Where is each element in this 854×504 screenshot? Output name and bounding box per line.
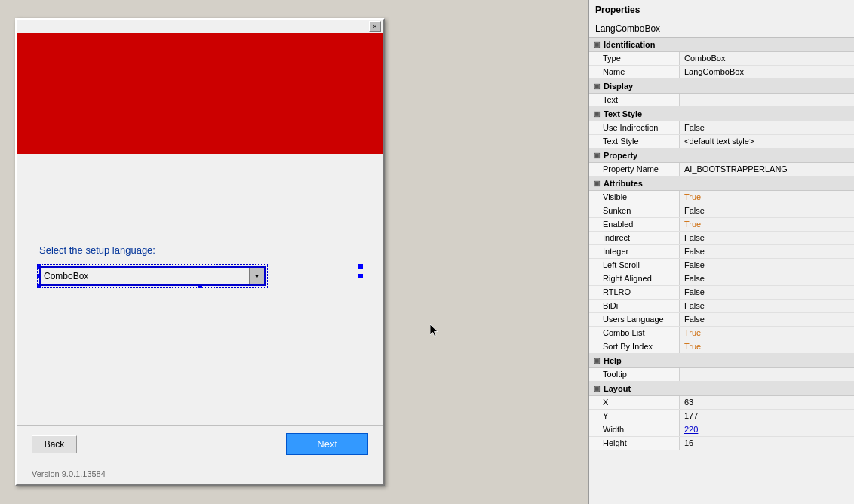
props-value: False: [680, 313, 854, 326]
props-key: Type: [589, 52, 680, 65]
props-row: BiDiFalse: [589, 300, 854, 313]
props-row: NameLangComboBox: [589, 66, 854, 79]
props-value: False: [680, 286, 854, 299]
section-label: Layout: [604, 384, 631, 393]
props-key: Use Indirection: [589, 121, 680, 134]
props-key: Enabled: [589, 218, 680, 231]
mouse-cursor: [430, 324, 439, 338]
props-value: <default text style>: [680, 135, 854, 148]
installer-window: × Select the setup language: ComboBox ▼: [15, 18, 385, 486]
props-value: [680, 368, 854, 381]
props-row: Right AlignedFalse: [589, 272, 854, 286]
props-key: X: [589, 396, 680, 409]
props-row: Height16: [589, 437, 854, 450]
close-button[interactable]: ×: [369, 21, 381, 32]
next-button[interactable]: Next: [286, 433, 368, 455]
props-key: Name: [589, 66, 680, 78]
props-value: False: [680, 204, 854, 217]
props-key: RTLRO: [589, 286, 680, 299]
selection-handle-tr: [358, 264, 363, 269]
properties-component-name: LangComboBox: [589, 20, 854, 38]
collapse-icon: ▣: [594, 110, 601, 118]
props-row: Text Style<default text style>: [589, 135, 854, 149]
props-row: Combo ListTrue: [589, 327, 854, 340]
props-value: 16: [680, 437, 854, 450]
props-value: False: [680, 272, 854, 285]
props-value: True: [680, 191, 854, 204]
props-value: ComboBox: [680, 52, 854, 65]
props-key: Visible: [589, 191, 680, 204]
window-footer: Back Next: [17, 425, 383, 466]
props-key: Width: [589, 423, 680, 436]
props-key: Right Aligned: [589, 272, 680, 285]
props-row: Left ScrollFalse: [589, 259, 854, 272]
version-label: Version 9.0.1.13584: [17, 466, 383, 484]
props-value: True: [680, 327, 854, 340]
props-key: Sunken: [589, 204, 680, 217]
props-section-display[interactable]: ▣Display: [589, 79, 854, 94]
props-row: Text: [589, 94, 854, 107]
props-row: SunkenFalse: [589, 204, 854, 218]
props-section-property[interactable]: ▣Property: [589, 149, 854, 163]
props-row: X63: [589, 396, 854, 410]
collapse-icon: ▣: [594, 180, 601, 187]
props-value: 220: [680, 423, 854, 436]
props-value: False: [680, 232, 854, 244]
props-row: Users LanguageFalse: [589, 313, 854, 327]
props-value: False: [680, 259, 854, 272]
section-label: Property: [604, 151, 637, 160]
props-key: Tooltip: [589, 368, 680, 381]
props-section-attributes[interactable]: ▣Attributes: [589, 177, 854, 191]
props-section-layout[interactable]: ▣Layout: [589, 382, 854, 396]
props-key: Integer: [589, 245, 680, 258]
language-combobox[interactable]: ComboBox: [41, 268, 264, 284]
props-value: True: [680, 340, 854, 353]
setup-language-label: Select the setup language:: [39, 244, 361, 256]
props-key: Left Scroll: [589, 259, 680, 272]
props-row: Tooltip: [589, 368, 854, 382]
props-row: VisibleTrue: [589, 191, 854, 204]
back-button[interactable]: Back: [32, 435, 77, 453]
props-value: LangComboBox: [680, 66, 854, 78]
banner-image: [17, 33, 383, 154]
collapse-icon: ▣: [594, 41, 601, 48]
collapse-icon: ▣: [594, 385, 601, 392]
props-value: False: [680, 245, 854, 258]
props-section-help[interactable]: ▣Help: [589, 354, 854, 368]
props-value: True: [680, 218, 854, 231]
props-key: Combo List: [589, 327, 680, 340]
installer-area: × Select the setup language: ComboBox ▼: [0, 0, 588, 504]
props-key: BiDi: [589, 300, 680, 312]
props-value: 63: [680, 396, 854, 409]
section-label: Display: [604, 81, 633, 91]
props-row: IndirectFalse: [589, 232, 854, 245]
properties-title: Properties: [589, 0, 854, 20]
props-row: RTLROFalse: [589, 286, 854, 300]
props-key: Indirect: [589, 232, 680, 244]
section-label: Identification: [604, 40, 655, 49]
window-content: Select the setup language: ComboBox ▼: [17, 154, 383, 425]
props-value: [680, 94, 854, 106]
props-row: Sort By IndexTrue: [589, 340, 854, 354]
props-row: EnabledTrue: [589, 218, 854, 232]
section-label: Attributes: [604, 179, 643, 188]
selection-handle-mr: [358, 274, 363, 278]
props-key: Property Name: [589, 163, 680, 176]
props-value: AI_BOOTSTRAPPERLANG: [680, 163, 854, 176]
props-value: False: [680, 300, 854, 312]
props-row: Y177: [589, 410, 854, 423]
properties-table: ▣IdentificationTypeComboBoxNameLangCombo…: [589, 38, 854, 504]
props-key: Text: [589, 94, 680, 106]
section-label: Help: [604, 356, 622, 365]
props-row: IntegerFalse: [589, 245, 854, 259]
props-row: TypeComboBox: [589, 52, 854, 66]
props-key: Sort By Index: [589, 340, 680, 353]
props-key: Height: [589, 437, 680, 450]
props-section-text_style[interactable]: ▣Text Style: [589, 107, 854, 121]
props-key: Users Language: [589, 313, 680, 326]
props-value: 177: [680, 410, 854, 423]
props-value: False: [680, 121, 854, 134]
props-key: Text Style: [589, 135, 680, 148]
props-section-identification[interactable]: ▣Identification: [589, 38, 854, 52]
props-row: Property NameAI_BOOTSTRAPPERLANG: [589, 163, 854, 177]
